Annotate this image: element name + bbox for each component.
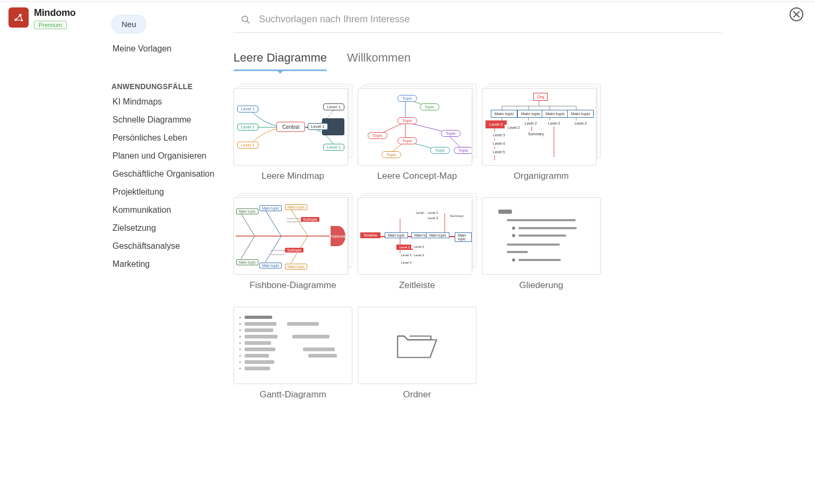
sidebar-section-header: ANWENDUNGSFÄLLE xyxy=(111,82,228,91)
sidebar-item-quick-diagrams[interactable]: Schnelle Diagramme xyxy=(111,111,228,129)
search-icon xyxy=(241,15,250,24)
card-gantt[interactable]: Gantt-Diagramm xyxy=(233,307,352,400)
sidebar-item-personal-life[interactable]: Persönliches Leben xyxy=(111,129,228,147)
thumb-timeline: Timeline Main topic Main topic Main topi… xyxy=(358,197,472,275)
sidebar-my-templates[interactable]: Meine Vorlagen xyxy=(111,40,228,58)
card-label-mindmap: Leere Mindmap xyxy=(262,171,324,181)
sidebar-item-communication[interactable]: Kommunikation xyxy=(111,201,228,219)
sidebar: Neu Meine Vorlagen ANWENDUNGSFÄLLE KI Mi… xyxy=(111,15,228,273)
card-blank-mindmap[interactable]: Central Level 1 Level 1 Level 1 Level 1 … xyxy=(233,88,352,181)
card-timeline[interactable]: Timeline Main topic Main topic Main topi… xyxy=(358,197,476,291)
card-label-org: Organigramm xyxy=(514,171,569,181)
brand-logo-icon xyxy=(12,11,25,24)
sidebar-item-project-mgmt[interactable]: Projektleitung xyxy=(111,183,228,201)
brand-logo xyxy=(8,7,29,28)
card-org-chart[interactable]: Org Main topic Main topic Main topic Mai… xyxy=(482,88,601,181)
tab-empty-diagrams[interactable]: Leere Diagramme xyxy=(233,51,327,70)
card-label-concept: Leere Concept-Map xyxy=(377,171,457,181)
sidebar-item-business-analysis[interactable]: Geschäftsanalyse xyxy=(111,237,228,255)
card-label-outline: Gliederung xyxy=(519,280,563,291)
card-label-fishbone: Fishbone-Diagramme xyxy=(249,280,336,291)
search-input[interactable] xyxy=(259,14,722,25)
card-label-folder: Ordner xyxy=(403,389,431,400)
card-folder[interactable]: Ordner xyxy=(358,307,476,400)
template-grid: Central Level 1 Level 1 Level 1 Level 1 … xyxy=(233,88,722,400)
tab-welcome[interactable]: Willkommen xyxy=(347,51,411,70)
sidebar-item-marketing[interactable]: Marketing xyxy=(111,255,228,273)
sidebar-item-plan-organize[interactable]: Planen und Organisieren xyxy=(111,147,228,165)
thumb-org: Org Main topic Main topic Main topic Mai… xyxy=(482,88,596,166)
tabs: Leere Diagramme Willkommen xyxy=(233,51,722,70)
card-blank-concept-map[interactable]: Topic Topic Topic Topic Topic Topic Topi… xyxy=(358,88,476,181)
sidebar-new-button[interactable]: Neu xyxy=(111,15,146,33)
mindmap-central-label: Central xyxy=(276,122,305,132)
folder-icon xyxy=(393,327,441,364)
thumb-gantt xyxy=(233,307,352,384)
brand-name: Mindomo xyxy=(34,7,76,19)
card-fishbone[interactable]: Fishbone Main topic Main topic Main topi… xyxy=(233,197,352,291)
card-outline[interactable]: Gliederung xyxy=(482,197,601,291)
close-icon xyxy=(793,11,800,18)
close-button[interactable] xyxy=(790,7,803,21)
thumb-fishbone: Fishbone Main topic Main topic Main topi… xyxy=(233,197,348,275)
card-label-gantt: Gantt-Diagramm xyxy=(259,389,326,400)
thumb-mindmap: Central Level 1 Level 1 Level 1 Level 1 … xyxy=(233,88,348,166)
sidebar-item-business-org[interactable]: Geschäftliche Organisation xyxy=(111,165,228,183)
sidebar-item-ai-mindmaps[interactable]: KI Mindmaps xyxy=(111,93,228,111)
premium-badge: Premium xyxy=(34,21,67,29)
thumb-folder xyxy=(358,307,476,384)
card-label-timeline: Zeitleiste xyxy=(399,280,435,291)
thumb-concept: Topic Topic Topic Topic Topic Topic Topi… xyxy=(358,88,472,166)
brand-block: Mindomo Premium xyxy=(8,7,76,29)
search-bar[interactable] xyxy=(233,11,722,33)
top-divider xyxy=(0,1,815,2)
thumb-outline xyxy=(482,197,601,275)
sidebar-item-goals[interactable]: Zielsetzung xyxy=(111,219,228,237)
main-content: Leere Diagramme Willkommen Central xyxy=(233,11,722,400)
